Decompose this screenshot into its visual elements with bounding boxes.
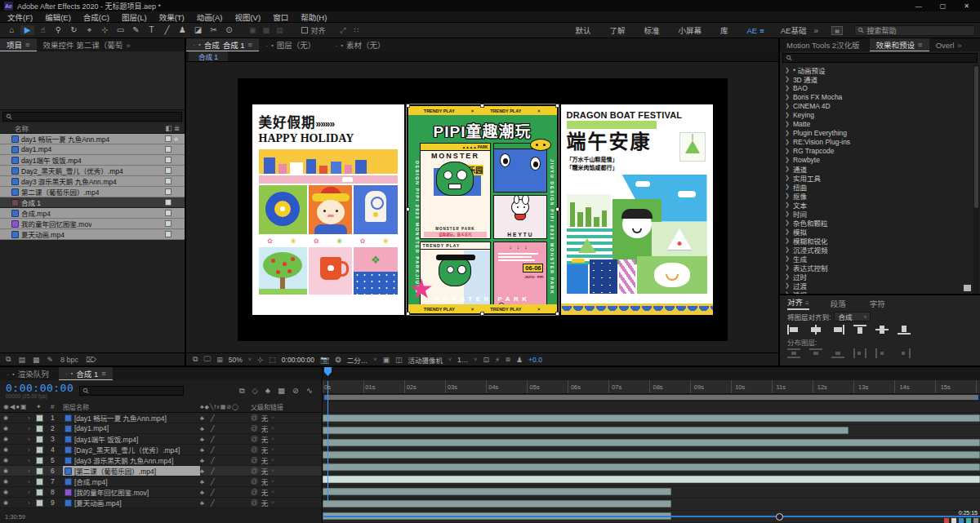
parent-dropdown[interactable]: 无	[261, 498, 269, 507]
layer-switches[interactable]: ♣ ╱	[200, 489, 251, 496]
layer-expander-icon[interactable]: ›	[28, 457, 36, 464]
pickwhip-icon[interactable]: @	[251, 488, 258, 496]
workspace-tab[interactable]: 库	[720, 24, 731, 36]
label-color-chip[interactable]	[165, 135, 172, 142]
expander-chevron-icon[interactable]: ❯	[785, 67, 790, 73]
effects-category[interactable]: ❯ Rowbyte	[780, 155, 980, 164]
layer-label-chip[interactable]	[36, 425, 43, 432]
parent-dropdown[interactable]: 无	[261, 487, 269, 497]
layer-duration-bar[interactable]	[323, 427, 849, 434]
effects-category[interactable]: ❯ Plugin Everything	[780, 128, 980, 137]
expander-chevron-icon[interactable]: ❯	[785, 130, 790, 136]
expander-chevron-icon[interactable]: ❯	[785, 148, 790, 154]
layer-switches[interactable]: ♣ ╱	[200, 436, 251, 443]
close-button[interactable]: ✕	[964, 2, 969, 10]
pickwhip-icon[interactable]: @	[251, 467, 258, 475]
camera-tool[interactable]: ⌖	[82, 25, 96, 35]
workspace-tab[interactable]: AE≡	[747, 26, 764, 35]
expander-chevron-icon[interactable]: ❯	[785, 219, 790, 226]
effects-category[interactable]: ❯ 扭曲	[780, 182, 980, 191]
layer-duration-bar[interactable]	[323, 451, 980, 459]
bpc-button[interactable]: 8 bpc	[60, 356, 78, 364]
region-of-interest-icon[interactable]: ▣	[382, 356, 390, 364]
pickwhip-icon[interactable]: @	[251, 477, 258, 485]
project-item[interactable]: Day2_黑天鹅_雪儿（优秀）.mp4	[0, 166, 185, 176]
effects-category[interactable]: ❯ 时间	[780, 209, 980, 218]
layer-row[interactable]: ◉ › 8 [我的童年回忆图鉴.mov] ♣ ╱ @无˅	[0, 487, 322, 498]
menu-item[interactable]: 窗口	[273, 11, 288, 23]
layer-label-chip[interactable]	[36, 489, 43, 496]
effects-category[interactable]: ❯ 通道	[780, 164, 980, 173]
flowchart-icon[interactable]: ♟	[516, 356, 523, 364]
fast-preview-icon[interactable]: ⚡	[495, 356, 500, 364]
label-color-chip[interactable]	[165, 231, 172, 237]
layer-duration-bar[interactable]	[323, 463, 980, 471]
eye-icon[interactable]: ◉	[3, 468, 28, 474]
menu-item[interactable]: 编辑(E)	[45, 11, 71, 23]
timeline-h-scrollbar[interactable]	[323, 516, 980, 517]
align-top-button[interactable]	[853, 325, 866, 335]
pickwhip-icon[interactable]: @	[251, 456, 258, 464]
pen-tool[interactable]: ✎	[129, 25, 143, 35]
expander-chevron-icon[interactable]: ❯	[785, 193, 790, 199]
layer-row[interactable]: ◉ › 7 [合成.mp4] ♣ ╱ @无˅	[0, 476, 322, 487]
menu-item[interactable]: 文件(F)	[7, 11, 33, 23]
more-workspaces-chevron[interactable]: »	[813, 26, 818, 35]
eye-icon[interactable]: ◉	[3, 457, 28, 463]
layer-label-chip[interactable]	[36, 478, 43, 485]
workspace-tab[interactable]: 小屏幕	[678, 24, 704, 36]
effects-category[interactable]: ❯ Matte	[780, 119, 980, 128]
channel-icon[interactable]: ❂	[335, 356, 341, 364]
pixel-aspect-icon[interactable]: ⊡	[483, 356, 489, 364]
layer-label-chip[interactable]	[36, 468, 43, 475]
layer-switches[interactable]: ♣ ╱	[200, 457, 251, 464]
eye-icon[interactable]: ◉	[3, 414, 28, 421]
timeline-search-input[interactable]: ⚲	[79, 386, 184, 396]
menu-item[interactable]: 效果(T)	[159, 11, 185, 23]
layer-row[interactable]: ◉ › 2 [day1.mp4] ♣ ╱ @无˅	[0, 423, 322, 434]
poster-happy-holiday[interactable]: 美好假期»»»» HAPPY HOLIDAY	[252, 104, 404, 315]
new-composition-icon[interactable]: ▦	[33, 356, 40, 364]
current-time-display[interactable]: 0:00:00:00	[282, 356, 314, 364]
parent-dropdown[interactable]: 无	[261, 476, 269, 486]
project-panel-tab[interactable]: 效果控件 第二课（葡萄»	[37, 38, 137, 51]
selection-handle[interactable]	[406, 207, 410, 211]
layer-label-chip[interactable]	[36, 499, 43, 507]
selection-handle[interactable]	[406, 104, 410, 108]
effects-category[interactable]: ❯ 实用工具	[780, 173, 980, 182]
pan-behind-tool[interactable]: ⊹	[98, 25, 112, 35]
label-color-chip[interactable]	[165, 146, 172, 153]
viewer-panel-tab[interactable]: ·▪素材（无）	[328, 38, 398, 51]
distribute-h-center-button[interactable]	[875, 348, 889, 360]
label-color-chip[interactable]	[165, 220, 172, 227]
layer-label-chip[interactable]	[36, 414, 43, 422]
layer-label-chip[interactable]	[36, 436, 43, 443]
eye-icon[interactable]: ◉	[3, 489, 28, 495]
effects-category[interactable]: ❯ CINEMA 4D	[780, 101, 980, 110]
expander-chevron-icon[interactable]: ❯	[785, 264, 790, 271]
snap-extra-icons[interactable]: ⤢∷	[341, 26, 359, 35]
layer-duration-bar[interactable]	[323, 439, 980, 446]
align-right-button[interactable]	[831, 325, 844, 335]
layer-switches[interactable]: ♣ ╱	[200, 478, 251, 485]
label-color-chip[interactable]	[165, 210, 172, 216]
expander-chevron-icon[interactable]: ❯	[785, 255, 790, 262]
parent-dropdown[interactable]: 无	[261, 466, 269, 476]
workspace-tab[interactable]: 默认	[575, 24, 593, 36]
selection-handle[interactable]	[555, 312, 559, 316]
align-panel-tab[interactable]: 对齐≡	[787, 296, 809, 310]
layer-bar-row[interactable]	[323, 463, 980, 474]
layer-switches[interactable]: ♣ ╱	[200, 425, 251, 432]
effects-panel-tab[interactable]: Motion Tools 2汉化版	[780, 38, 870, 51]
search-help-input[interactable]: ⚲ 搜索帮助	[854, 25, 975, 36]
zoom-level-dropdown[interactable]: 50%	[229, 356, 243, 364]
expander-chevron-icon[interactable]: ❯	[785, 291, 790, 295]
rotate-tool[interactable]: ↻	[67, 25, 81, 35]
new-folder-icon[interactable]: ▤	[18, 356, 25, 364]
snap-toggle[interactable]: 对齐	[301, 25, 326, 36]
effects-category[interactable]: ❯ 抠像	[780, 191, 980, 200]
home-tool[interactable]: ⌂	[5, 25, 19, 35]
expander-chevron-icon[interactable]: ❯	[785, 85, 790, 91]
effects-category[interactable]: ❯ 文本	[780, 200, 980, 209]
effects-category[interactable]: ❯ BAO	[780, 83, 980, 92]
